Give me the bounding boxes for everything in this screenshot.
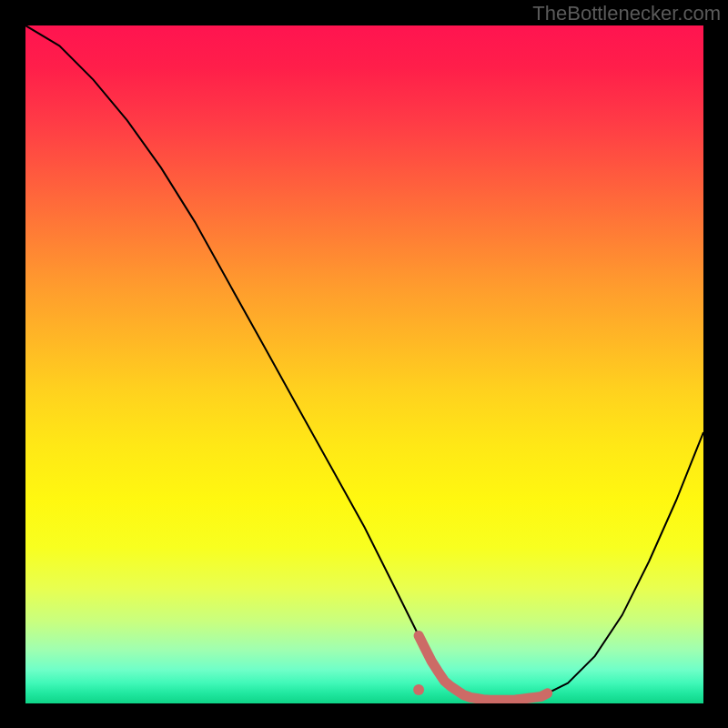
chart-svg (25, 25, 703, 703)
highlight-point-marker (413, 684, 424, 695)
chart-plot-area (25, 25, 703, 703)
watermark-text: TheBottlenecker.com (532, 2, 721, 25)
bottleneck-curve (25, 25, 703, 700)
optimal-range-marker (419, 636, 547, 701)
